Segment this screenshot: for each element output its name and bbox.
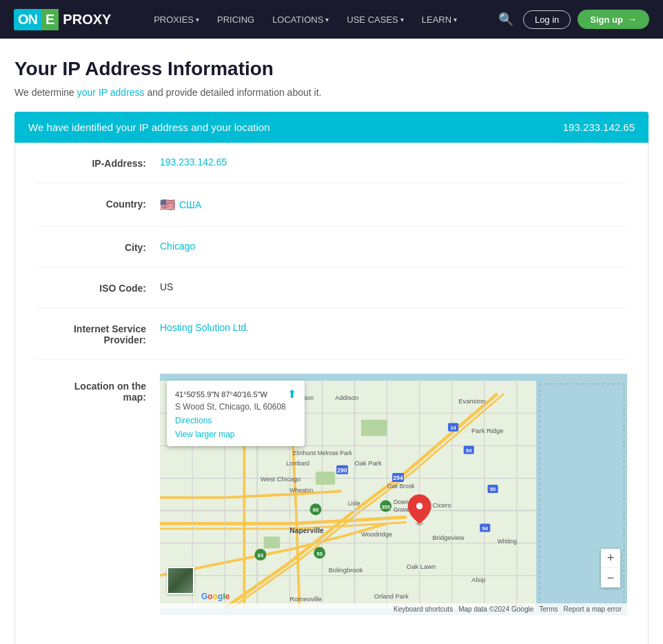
- svg-text:Elmhurst Melrose Park: Elmhurst Melrose Park: [293, 450, 352, 457]
- report-error-link[interactable]: Report a map error: [564, 605, 622, 613]
- svg-text:94: 94: [482, 525, 489, 532]
- svg-rect-21: [316, 472, 335, 485]
- svg-point-70: [416, 503, 422, 509]
- svg-text:Alsip: Alsip: [471, 576, 485, 583]
- svg-text:Bridgeview: Bridgeview: [433, 534, 465, 541]
- map-zoom-controls: + −: [601, 549, 620, 587]
- country-row: Country: 🇺🇸 США: [36, 183, 627, 227]
- map-label: Location on themap:: [36, 374, 160, 403]
- svg-text:Lombard: Lombard: [287, 460, 310, 467]
- map-popup: 41°50'55.9"N 87°40'16.5"W ⬆ S Wood St, C…: [167, 381, 305, 446]
- map-row: Location on themap:: [36, 360, 627, 629]
- nav-links: PROXIES ▾ PRICING LOCATIONS ▾ USE CASES …: [136, 10, 475, 29]
- svg-text:14: 14: [450, 425, 456, 431]
- banner-right-text: 193.233.142.65: [563, 121, 635, 133]
- logo[interactable]: ON E PROXY: [14, 9, 115, 30]
- page-subtitle: We determine your IP address and provide…: [14, 87, 649, 98]
- google-logo: Google: [201, 592, 229, 601]
- country-name: США: [179, 199, 201, 210]
- svg-text:West Chicago: West Chicago: [261, 475, 300, 483]
- login-button[interactable]: Log in: [523, 10, 571, 29]
- country-label: Country:: [36, 197, 160, 210]
- directions-link[interactable]: Directions: [175, 416, 296, 425]
- svg-text:Orland Park: Orland Park: [374, 592, 409, 600]
- info-banner: We have identified your IP address and y…: [14, 112, 649, 143]
- banner-left-text: We have identified your IP address and y…: [28, 121, 270, 133]
- svg-text:Romeoville: Romeoville: [289, 595, 322, 603]
- keyboard-shortcuts-link[interactable]: Keyboard shortcuts: [394, 605, 453, 613]
- svg-text:Addison: Addison: [335, 394, 358, 401]
- chevron-down-icon: ▾: [196, 16, 199, 23]
- ip-value: 193.233.142.65: [160, 157, 227, 168]
- svg-text:Evanston: Evanston: [458, 397, 485, 405]
- ip-address-link[interactable]: your IP address: [77, 87, 145, 98]
- svg-text:Grove: Grove: [394, 506, 409, 513]
- flag-icon: 🇺🇸: [160, 197, 175, 212]
- svg-text:Naperville: Naperville: [289, 527, 324, 535]
- chevron-down-icon: ▾: [453, 16, 457, 23]
- nav-actions: 🔍 Log in Sign up →: [496, 9, 649, 30]
- svg-text:90: 90: [490, 486, 496, 492]
- svg-text:55: 55: [316, 551, 322, 557]
- zoom-in-button[interactable]: +: [601, 549, 620, 568]
- map-wrapper: Addison Jefferson Evanston Park Ridge Ca…: [160, 374, 627, 615]
- map-data-text: Map data ©2024 Google: [458, 605, 533, 613]
- svg-rect-23: [264, 536, 280, 548]
- svg-text:94: 94: [466, 447, 472, 454]
- svg-text:Bolingbrook: Bolingbrook: [329, 566, 363, 574]
- map-satellite-thumbnail[interactable]: [167, 567, 194, 594]
- isp-row: Internet ServiceProvider: Hosting Soluti…: [36, 308, 627, 360]
- logo-on: ON: [14, 9, 41, 30]
- svg-text:Lisle: Lisle: [348, 500, 360, 507]
- city-value: Chicago: [160, 241, 195, 252]
- terms-link[interactable]: Terms: [539, 605, 558, 613]
- navbar: ON E PROXY PROXIES ▾ PRICING LOCATIONS ▾…: [0, 0, 663, 39]
- city-row: City: Chicago: [36, 227, 627, 268]
- iso-row: ISO Code: US: [36, 268, 627, 308]
- search-icon[interactable]: 🔍: [496, 9, 516, 30]
- svg-text:Whiting: Whiting: [498, 538, 518, 545]
- svg-text:294: 294: [394, 474, 403, 481]
- svg-text:Oak Brook: Oak Brook: [387, 483, 416, 490]
- svg-text:Cicero: Cicero: [433, 501, 451, 509]
- svg-rect-22: [361, 420, 387, 436]
- logo-e: E: [41, 9, 59, 30]
- directions-icon: ⬆: [287, 388, 296, 401]
- country-value: 🇺🇸 США: [160, 197, 201, 212]
- nav-proxies[interactable]: PROXIES ▾: [147, 10, 206, 29]
- signup-button[interactable]: Sign up →: [578, 10, 649, 29]
- nav-use-cases[interactable]: USE CASES ▾: [340, 10, 410, 29]
- iso-label: ISO Code:: [36, 281, 160, 294]
- isp-value: Hosting Solution Ltd.: [160, 322, 249, 333]
- map-footer: Keyboard shortcuts Map data ©2024 Google…: [160, 603, 627, 615]
- svg-text:Oak Lawn: Oak Lawn: [407, 563, 436, 570]
- svg-text:88: 88: [313, 507, 318, 513]
- city-label: City:: [36, 241, 160, 253]
- chevron-down-icon: ▾: [325, 16, 329, 23]
- arrow-right-icon: →: [627, 14, 637, 25]
- view-larger-map-link[interactable]: View larger map: [175, 430, 296, 439]
- logo-proxy: PROXY: [59, 9, 115, 30]
- isp-label: Internet ServiceProvider:: [36, 322, 160, 345]
- ip-row: IP-Address: 193.233.142.65: [36, 143, 627, 183]
- nav-pricing[interactable]: PRICING: [210, 10, 261, 29]
- svg-text:Oak Park: Oak Park: [355, 459, 382, 467]
- map-popup-address: S Wood St, Chicago, IL 60608: [175, 402, 296, 412]
- svg-text:Woodridge: Woodridge: [361, 530, 392, 538]
- zoom-out-button[interactable]: −: [601, 568, 620, 587]
- chevron-down-icon: ▾: [400, 16, 404, 23]
- svg-text:83: 83: [258, 552, 263, 559]
- svg-text:Park Ridge: Park Ridge: [471, 427, 504, 434]
- map-coords: 41°50'55.9"N 87°40'16.5"W: [175, 390, 267, 399]
- ip-label: IP-Address:: [36, 157, 160, 169]
- map-container[interactable]: Addison Jefferson Evanston Park Ridge Ca…: [160, 374, 627, 615]
- nav-learn[interactable]: LEARN ▾: [415, 10, 464, 29]
- svg-text:290: 290: [338, 467, 347, 474]
- nav-locations[interactable]: LOCATIONS ▾: [265, 10, 336, 29]
- page-title: Your IP Address Information: [14, 58, 649, 80]
- svg-text:355: 355: [381, 504, 390, 510]
- svg-text:Wheaton: Wheaton: [289, 487, 313, 494]
- info-card: IP-Address: 193.233.142.65 Country: 🇺🇸 С…: [14, 143, 649, 644]
- main-content: Your IP Address Information We determine…: [1, 39, 662, 644]
- iso-value: US: [160, 281, 173, 292]
